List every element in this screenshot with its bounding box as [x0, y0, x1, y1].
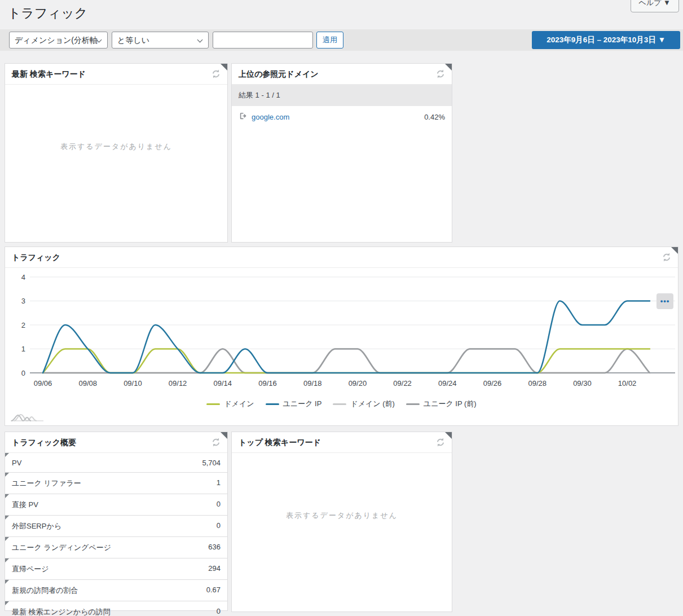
- svg-text:09/22: 09/22: [393, 379, 412, 388]
- tooltip-corner-icon: [5, 473, 9, 477]
- summary-row: 新規の訪問者の割合0.67: [5, 579, 227, 601]
- summary-label: 直接 PV: [12, 500, 38, 510]
- svg-text:0: 0: [21, 369, 25, 377]
- summary-label: 最新 検索エンジンからの訪問: [12, 607, 111, 616]
- empty-state-text: 表示するデータがありません: [232, 453, 452, 611]
- tooltip-corner-icon: [5, 537, 9, 541]
- external-link-icon: [239, 112, 247, 122]
- summary-value: 294: [208, 564, 221, 574]
- svg-text:1: 1: [21, 345, 25, 353]
- chevron-down-icon: [197, 37, 203, 43]
- refresh-icon[interactable]: [662, 252, 672, 262]
- summary-label: 外部SERPから: [12, 521, 61, 531]
- svg-text:2: 2: [21, 321, 25, 329]
- page-title: トラフィック: [8, 5, 87, 22]
- filter-bar: ディメンション(分析軸 と等しい 適用 2023年9月6日 – 2023年10月…: [0, 29, 683, 51]
- results-count-bar: 結果 1 - 1 / 1: [232, 85, 452, 106]
- tooltip-corner-icon: [5, 558, 9, 562]
- svg-text:4: 4: [21, 273, 25, 281]
- summary-value: 636: [208, 543, 221, 553]
- summary-value: 0.67: [206, 586, 221, 596]
- panel-title: 最新 検索キーワード: [12, 69, 86, 78]
- svg-text:09/26: 09/26: [483, 379, 502, 388]
- legend-item[interactable]: ドメイン (前): [333, 399, 395, 409]
- legend-label: ユニーク IP: [283, 399, 322, 409]
- summary-row: 最新 検索エンジンからの訪問0: [5, 601, 227, 616]
- summary-row: PV5,704: [5, 453, 227, 472]
- svg-text:09/20: 09/20: [349, 379, 367, 388]
- summary-label: 新規の訪問者の割合: [12, 586, 78, 596]
- traffic-line-chart: 0123409/0609/0809/1009/1209/1409/1609/18…: [5, 268, 678, 426]
- legend-item[interactable]: ユニーク IP (前): [406, 399, 477, 409]
- panel-title: 上位の参照元ドメイン: [239, 69, 319, 78]
- date-range-button[interactable]: 2023年9月6日 – 2023年10月3日 ▼: [532, 31, 680, 49]
- tooltip-corner-icon: [5, 601, 9, 605]
- referrer-domain-link[interactable]: google.com: [252, 113, 289, 121]
- summary-row: ユニーク ランディングページ636: [5, 536, 227, 558]
- legend-label: ドメイン (前): [350, 399, 395, 409]
- operator-select-value: と等しい: [117, 36, 149, 45]
- legend-swatch: [206, 403, 220, 405]
- legend-swatch: [333, 403, 346, 405]
- tooltip-corner-icon: [5, 516, 9, 520]
- svg-text:09/30: 09/30: [573, 379, 592, 388]
- summary-label: 直帰ページ: [12, 564, 49, 574]
- svg-text:09/06: 09/06: [34, 379, 52, 388]
- refresh-icon[interactable]: [435, 437, 446, 447]
- dimension-select-value: ディメンション(分析軸: [15, 36, 98, 45]
- referrer-percent: 0.42%: [424, 113, 445, 121]
- svg-text:09/12: 09/12: [169, 379, 187, 388]
- operator-select[interactable]: と等しい: [112, 32, 209, 49]
- help-button[interactable]: ヘルプ ▼: [631, 0, 679, 12]
- mini-sparkline-icon[interactable]: [10, 411, 46, 425]
- svg-text:09/18: 09/18: [303, 379, 322, 388]
- panel-title: トラフィック概要: [12, 438, 76, 447]
- svg-text:10/02: 10/02: [618, 379, 637, 388]
- summary-label: ユニーク リファラー: [12, 478, 81, 489]
- summary-row: 外部SERPから0: [5, 515, 227, 536]
- refresh-icon[interactable]: [435, 69, 446, 79]
- legend-item[interactable]: ユニーク IP: [266, 399, 322, 409]
- tooltip-corner-icon: [5, 453, 9, 457]
- panel-title: トラフィック: [12, 253, 60, 262]
- filter-value-input[interactable]: [213, 32, 313, 49]
- refresh-icon[interactable]: [211, 437, 221, 447]
- tooltip-corner-icon: [5, 580, 9, 584]
- legend-label: ドメイン: [224, 399, 254, 409]
- svg-text:09/14: 09/14: [214, 379, 232, 388]
- legend-item[interactable]: ドメイン: [206, 399, 254, 409]
- panel-latest-keywords: 最新 検索キーワード 表示するデータがありません: [5, 63, 228, 243]
- summary-value: 5,704: [202, 459, 221, 467]
- empty-state-text: 表示するデータがありません: [5, 85, 227, 242]
- panel-traffic-chart: トラフィック 0123409/0609/0809/1009/1209/1409/…: [5, 247, 678, 426]
- chart-more-options-button[interactable]: •••: [656, 293, 673, 309]
- panel-top-keywords: トップ 検索キーワード 表示するデータがありません: [231, 432, 452, 612]
- summary-value: 0: [217, 607, 221, 616]
- panel-top-referring-domains: 上位の参照元ドメイン 結果 1 - 1 / 1 google.com0.42%: [231, 63, 452, 243]
- svg-text:09/10: 09/10: [124, 379, 142, 388]
- summary-row: ユニーク リファラー1: [5, 472, 227, 494]
- chart-legend: ドメインユニーク IPドメイン (前)ユニーク IP (前): [5, 399, 678, 409]
- svg-text:09/16: 09/16: [258, 379, 277, 388]
- summary-value: 1: [217, 478, 221, 489]
- dimension-select[interactable]: ディメンション(分析軸: [9, 32, 108, 49]
- refresh-icon[interactable]: [211, 69, 221, 79]
- svg-text:09/28: 09/28: [528, 379, 547, 388]
- legend-swatch: [406, 403, 420, 405]
- summary-label: ユニーク ランディングページ: [12, 543, 111, 553]
- summary-row: 直帰ページ294: [5, 558, 227, 579]
- referrer-row: google.com0.42%: [232, 106, 452, 127]
- panel-title: トップ 検索キーワード: [239, 438, 321, 447]
- summary-value: 0: [217, 521, 221, 531]
- summary-value: 0: [217, 500, 221, 510]
- summary-label: PV: [12, 459, 21, 467]
- svg-text:09/08: 09/08: [78, 379, 97, 388]
- legend-swatch: [266, 403, 279, 405]
- summary-row: 直接 PV0: [5, 494, 227, 515]
- panel-traffic-summary: トラフィック概要 PV5,704ユニーク リファラー1直接 PV0外部SERPか…: [5, 432, 228, 611]
- tooltip-corner-icon: [5, 494, 9, 498]
- svg-text:3: 3: [21, 297, 25, 305]
- legend-label: ユニーク IP (前): [424, 399, 477, 409]
- apply-button[interactable]: 適用: [316, 32, 343, 49]
- svg-text:09/24: 09/24: [438, 379, 457, 388]
